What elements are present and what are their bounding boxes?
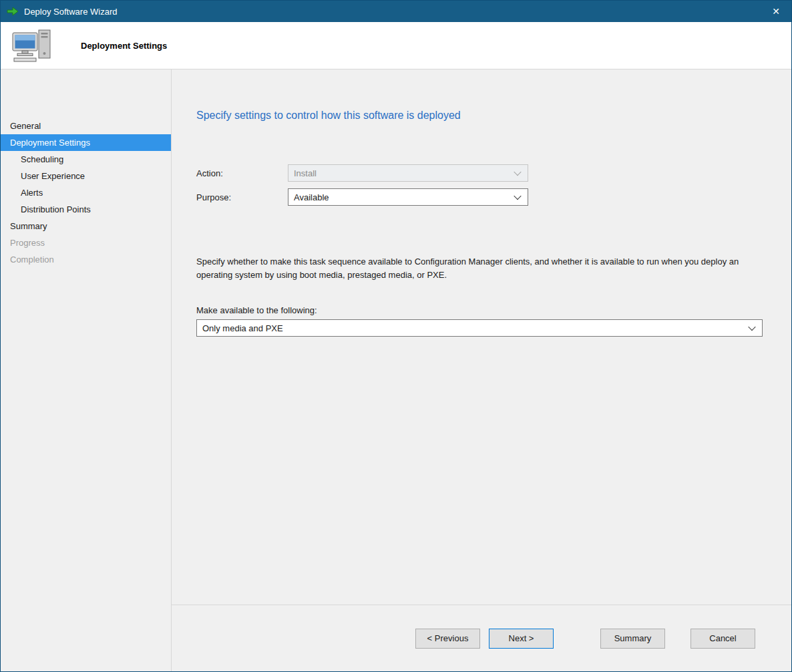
computer-icon bbox=[11, 28, 53, 63]
sidebar-item-general[interactable]: General bbox=[1, 118, 171, 134]
wizard-header: Deployment Settings bbox=[1, 22, 791, 69]
cancel-button[interactable]: Cancel bbox=[690, 629, 755, 649]
sidebar-item-deployment-settings[interactable]: Deployment Settings bbox=[1, 134, 171, 151]
close-icon: ✕ bbox=[772, 6, 780, 17]
previous-button[interactable]: < Previous bbox=[415, 629, 480, 649]
summary-button[interactable]: Summary bbox=[600, 629, 665, 649]
green-arrow-icon bbox=[7, 6, 19, 17]
next-button[interactable]: Next > bbox=[489, 629, 554, 649]
make-available-dropdown[interactable]: Only media and PXE bbox=[196, 319, 763, 337]
purpose-label: Purpose: bbox=[196, 192, 288, 202]
chevron-down-icon bbox=[748, 323, 755, 331]
sidebar-item-summary[interactable]: Summary bbox=[1, 218, 171, 234]
wizard-steps-sidebar: General Deployment Settings Scheduling U… bbox=[1, 69, 172, 671]
availability-description: Specify whether to make this task sequen… bbox=[196, 255, 756, 281]
chevron-down-icon bbox=[514, 168, 521, 176]
deployment-settings-form: Specify settings to control how this sof… bbox=[172, 69, 791, 337]
window-title: Deploy Software Wizard bbox=[24, 7, 117, 17]
wizard-footer: < Previous Next > Summary Cancel bbox=[172, 605, 791, 671]
make-available-label: Make available to the following: bbox=[196, 305, 763, 315]
sidebar-item-user-experience[interactable]: User Experience bbox=[1, 168, 171, 184]
action-value: Install bbox=[294, 168, 317, 178]
sidebar-item-progress: Progress bbox=[1, 234, 171, 251]
wizard-content: Specify settings to control how this sof… bbox=[172, 69, 791, 671]
titlebar: Deploy Software Wizard ✕ bbox=[1, 1, 791, 22]
page-title: Deployment Settings bbox=[81, 41, 167, 51]
action-dropdown: Install bbox=[288, 164, 528, 182]
make-available-value: Only media and PXE bbox=[202, 323, 283, 333]
purpose-value: Available bbox=[294, 192, 329, 202]
action-row: Action: Install bbox=[196, 164, 763, 182]
action-label: Action: bbox=[196, 168, 288, 178]
purpose-dropdown[interactable]: Available bbox=[288, 188, 528, 206]
deploy-software-wizard-window: Deploy Software Wizard ✕ Deployment Sett… bbox=[0, 0, 792, 672]
wizard-body: General Deployment Settings Scheduling U… bbox=[1, 69, 791, 671]
content-heading: Specify settings to control how this sof… bbox=[196, 110, 763, 122]
close-button[interactable]: ✕ bbox=[761, 1, 791, 22]
sidebar-item-scheduling[interactable]: Scheduling bbox=[1, 151, 171, 168]
sidebar-item-distribution-points[interactable]: Distribution Points bbox=[1, 201, 171, 218]
purpose-row: Purpose: Available bbox=[196, 188, 763, 206]
sidebar-item-alerts[interactable]: Alerts bbox=[1, 184, 171, 201]
sidebar-item-completion: Completion bbox=[1, 251, 171, 268]
chevron-down-icon bbox=[514, 192, 521, 200]
